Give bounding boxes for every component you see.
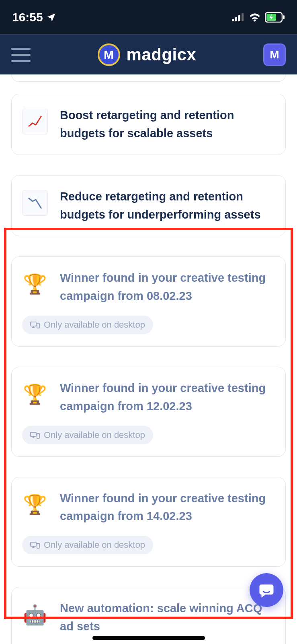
chart-down-icon [22,190,48,216]
insight-card[interactable]: Reduce retargeting and retention budgets… [11,175,286,236]
desktop-only-badge-text: Only available on desktop [44,430,145,440]
insight-card-title: Reduce retargeting and retention budgets… [60,188,275,224]
insight-card[interactable]: 🏆 Winner found in your creative testing … [11,367,286,457]
content-area: Boost retargeting and retention budgets … [0,74,297,644]
desktop-only-badge: Only available on desktop [22,316,153,334]
svg-rect-12 [37,543,39,548]
desktop-only-badge-text: Only available on desktop [44,540,145,550]
logo-badge-icon: M [98,43,120,66]
chat-support-button[interactable] [250,573,283,607]
status-icons-right [232,12,285,23]
insight-card[interactable]: 🏆 Winner found in your creative testing … [11,477,286,567]
home-indicator[interactable] [92,636,205,640]
svg-rect-7 [31,322,36,326]
svg-rect-11 [31,542,36,546]
insight-card-title: Boost retargeting and retention budgets … [60,106,275,142]
insight-card-title: New automation: scale winning ACQ ad set… [60,599,275,636]
cellular-signal-icon [232,12,245,22]
devices-icon [30,321,40,329]
account-square-letter: M [270,48,279,61]
trophy-icon: 🏆 [22,271,48,297]
chart-up-icon [22,109,48,134]
account-switcher-button[interactable]: M [263,43,286,66]
status-time-text: 16:55 [12,10,43,24]
location-arrow-icon [46,12,57,23]
insight-card-title: Winner found in your creative testing ca… [60,379,275,415]
insight-card[interactable]: 🤖 New automation: scale winning ACQ ad s… [11,587,286,644]
svg-rect-3 [242,13,244,21]
battery-charging-icon [265,12,285,23]
desktop-only-badge: Only available on desktop [22,426,153,444]
svg-rect-8 [37,323,39,328]
svg-rect-0 [232,19,234,21]
desktop-only-badge-text: Only available on desktop [44,320,145,330]
chat-icon [258,582,274,598]
svg-rect-1 [235,17,237,21]
desktop-only-badge: Only available on desktop [22,536,153,554]
trophy-icon: 🏆 [22,492,48,518]
wifi-icon [249,12,261,22]
insight-card[interactable]: Boost retargeting and retention budgets … [11,94,286,155]
insight-card-title: Winner found in your creative testing ca… [60,269,275,305]
app-header: M madgicx M [0,34,297,74]
robot-icon: 🤖 [22,602,48,627]
devices-icon [30,541,40,549]
status-time: 16:55 [12,10,57,24]
svg-rect-10 [37,433,39,438]
menu-button[interactable] [11,48,31,62]
logo-badge-letter: M [104,48,114,62]
brand-name: madgicx [127,45,197,64]
svg-rect-2 [238,15,240,21]
trophy-icon: 🏆 [22,382,48,407]
status-bar: 16:55 [0,0,297,34]
brand-logo[interactable]: M madgicx [98,43,197,66]
svg-rect-5 [283,15,285,19]
insight-card-title: Winner found in your creative testing ca… [60,489,275,526]
partial-card-top[interactable] [11,74,286,82]
insight-card[interactable]: 🏆 Winner found in your creative testing … [11,256,286,347]
devices-icon [30,431,40,439]
svg-rect-9 [31,432,36,436]
